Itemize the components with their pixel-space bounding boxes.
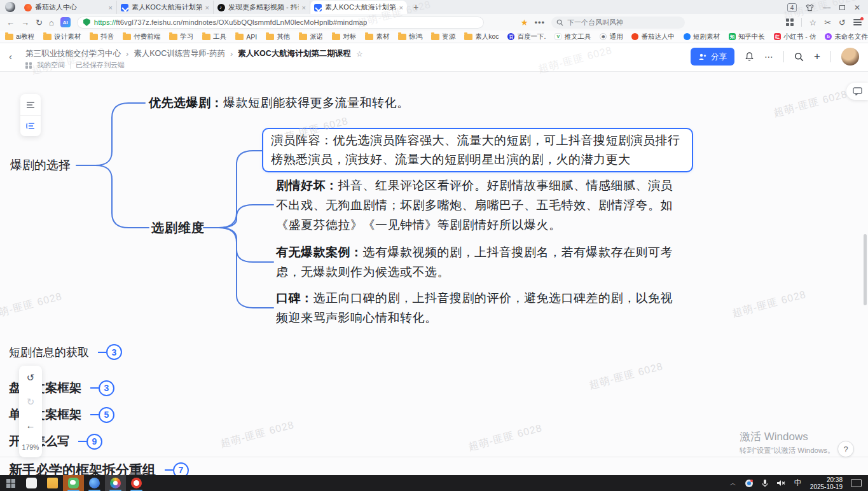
bookmark-link[interactable]: ⊕通用	[600, 32, 623, 41]
bookmark-folder[interactable]: 其他	[266, 32, 290, 41]
notification-center-icon[interactable]	[851, 479, 862, 487]
ai-assistant-icon[interactable]: AI	[60, 17, 71, 27]
bookmark-folder[interactable]: 资源	[431, 32, 455, 41]
mindmap-node-collapsed[interactable]: 短剧信息的获取3	[9, 344, 122, 360]
collapsed-count-badge[interactable]: 7	[173, 462, 189, 476]
mindmap-node-reputation[interactable]: 口碑：选正向口碑的剧，上抖音搜剧的评价，避免选口碑差的剧，以免视频迎来骂声影响心…	[276, 288, 683, 328]
back-arrow-icon[interactable]: ←	[26, 420, 36, 431]
undo-icon[interactable]: ↺	[27, 372, 35, 384]
taskbar-app-blue[interactable]	[84, 475, 105, 491]
bookmark-folder[interactable]: 学习	[169, 32, 193, 41]
collapsed-count-badge[interactable]: 5	[99, 407, 114, 423]
mindmap-canvas[interactable]: 爆剧的选择 优先选爆剧：爆款短剧能获得更多流量和转化。 选剧维度 演员阵容：优先…	[0, 72, 868, 475]
bookmark-folder[interactable]: 抖音	[90, 32, 114, 41]
close-window-button[interactable]: ✕	[854, 4, 860, 11]
tab-feishu-active[interactable]: 素人KOC大航海计划第二期 ×	[310, 1, 407, 14]
bookmark-folder[interactable]: 素材	[365, 32, 389, 41]
quick-search-box[interactable]: 下一个台风叫风神	[551, 17, 685, 29]
mindmap-node-dimension[interactable]: 选剧维度	[151, 219, 205, 237]
taskbar-app-red[interactable]	[126, 475, 147, 491]
bookmark-link[interactable]: 百百度一下.	[507, 32, 546, 41]
mindmap-root-node[interactable]: 爆剧的选择	[10, 157, 71, 174]
ime-indicator[interactable]: 中	[794, 478, 802, 488]
start-button[interactable]	[0, 475, 21, 491]
taskbar-app-explorer[interactable]	[42, 475, 63, 491]
forward-icon[interactable]: →	[21, 18, 29, 27]
taskbar-app-wechat[interactable]	[63, 475, 84, 491]
back-chevron-icon[interactable]: ‹	[9, 51, 12, 62]
collapsed-count-badge[interactable]: 9	[86, 434, 102, 450]
browser-menu-icon[interactable]	[853, 19, 862, 25]
browser-profile-avatar[interactable]	[5, 2, 15, 12]
scissors-screenshot-icon[interactable]: ✂	[824, 18, 831, 27]
tab-feishu-1[interactable]: 素人KOC大航海计划第二期 ×	[117, 1, 214, 14]
tab-close-icon[interactable]: ×	[109, 4, 113, 11]
favorite-star-icon[interactable]: ☆	[356, 50, 363, 59]
add-icon[interactable]: +	[814, 50, 820, 63]
hidden-icons-caret[interactable]: ︿	[730, 479, 736, 488]
bookmark-link[interactable]: 红小红书 - 仿	[774, 32, 816, 41]
workspace-label[interactable]: 我的空间	[37, 60, 65, 70]
bookmark-link[interactable]: 短剧素材	[684, 32, 720, 41]
tab-close-icon[interactable]: ×	[205, 4, 209, 11]
comment-panel-toggle[interactable]	[846, 83, 868, 100]
address-bar[interactable]: https://ft6vgl737z.feishu.cn/mindnotes/O…	[77, 17, 484, 29]
breadcrumb-item[interactable]: 素人KOC训练营导师-药药	[134, 48, 225, 59]
microphone-icon[interactable]	[762, 479, 768, 488]
mindmap-node-case[interactable]: 有无爆款案例：选有爆款视频的剧，上抖音搜剧名，若有爆款存在则可考虑，无爆款则作为…	[276, 242, 683, 282]
bookmark-folder[interactable]: 派诺	[299, 32, 323, 41]
history-restore-icon[interactable]: ↺	[839, 18, 846, 27]
mindmap-node-actor-selected[interactable]: 演员阵容：优先选演员阵容强大、流量大的短剧，可上抖音搜短剧演员排行榜熟悉演员，演…	[262, 128, 693, 172]
search-icon[interactable]	[794, 52, 804, 62]
vertical-scrollbar[interactable]	[864, 234, 867, 305]
new-tab-button[interactable]: +	[413, 2, 418, 12]
collect-favorite-icon[interactable]: ☆	[809, 18, 817, 27]
redo-icon[interactable]: ↻	[27, 396, 35, 408]
address-more-icon[interactable]: •••	[534, 18, 545, 27]
bell-icon[interactable]	[745, 52, 754, 62]
tray-browser-icon[interactable]	[745, 479, 754, 488]
bookmark-folder[interactable]: 素人koc	[464, 32, 499, 41]
minimize-button[interactable]: —	[823, 4, 830, 11]
more-options-icon[interactable]: ⋯	[764, 52, 773, 62]
bookmark-folder[interactable]: 惊鸿	[398, 32, 422, 41]
tab-count-badge[interactable]: 4	[787, 3, 797, 12]
bookmark-folder[interactable]: 对标	[332, 32, 356, 41]
outline-view-button[interactable]	[20, 94, 41, 115]
taskbar-app-browser[interactable]	[105, 475, 126, 491]
zoom-level[interactable]: 179%	[22, 443, 39, 451]
taskbar-app-clock[interactable]	[21, 475, 42, 491]
breadcrumb-item[interactable]: 第三职业技能交付学习中心	[25, 48, 121, 59]
user-avatar[interactable]	[841, 48, 859, 66]
mindmap-node-priority[interactable]: 优先选爆剧：爆款短剧能获得更多流量和转化。	[149, 95, 410, 111]
tab-douyin[interactable]: 发现更多精彩视频 - 抖音搜索 ×	[214, 1, 310, 14]
tab-close-icon[interactable]: ×	[399, 4, 403, 11]
bookmark-folder[interactable]: API	[235, 33, 257, 41]
security-shield-icon[interactable]	[83, 18, 90, 26]
collapsed-count-badge[interactable]: 3	[106, 344, 122, 360]
bookmark-folder[interactable]: 工具	[202, 32, 226, 41]
help-button[interactable]: ?	[837, 441, 854, 457]
share-button[interactable]: 分享	[691, 48, 734, 66]
collapsed-count-badge[interactable]: 3	[99, 380, 114, 396]
refresh-icon[interactable]: ↻	[36, 18, 43, 27]
bookmark-link[interactable]: b未命名文件	[825, 32, 868, 41]
maximize-button[interactable]	[839, 5, 845, 10]
mindmap-node-collapsed[interactable]: 新手必学的框架拆分重组7	[9, 461, 189, 475]
bookmark-folder[interactable]: 设计素材	[43, 32, 81, 41]
bookmark-link[interactable]: 番茄达人中	[631, 32, 675, 41]
bookmark-folder[interactable]: 付费前端	[123, 32, 160, 41]
bookmark-link[interactable]: V推文工具	[555, 32, 591, 41]
tray-clock[interactable]: 20:38 2025-10-19	[810, 476, 843, 490]
mindmap-view-button[interactable]	[20, 115, 41, 136]
bookmark-link[interactable]: 知知乎中长	[729, 32, 765, 41]
theme-skin-icon[interactable]	[806, 4, 814, 11]
home-icon[interactable]: ⌂	[49, 18, 54, 27]
apps-grid-icon[interactable]	[786, 18, 794, 26]
bookmark-folder[interactable]: ai教程	[5, 32, 34, 41]
speaker-muted-icon[interactable]	[776, 479, 786, 487]
tab-fanqie[interactable]: 番茄达人中心 ×	[20, 1, 117, 14]
mindmap-node-plot[interactable]: 剧情好坏：抖音、红果评论区看评价。好剧情故事细腻、情感细腻、演员不出戏、无狗血剧…	[276, 176, 683, 235]
tab-close-icon[interactable]: ×	[302, 4, 306, 11]
bookmark-star-icon[interactable]: ★	[521, 18, 528, 27]
